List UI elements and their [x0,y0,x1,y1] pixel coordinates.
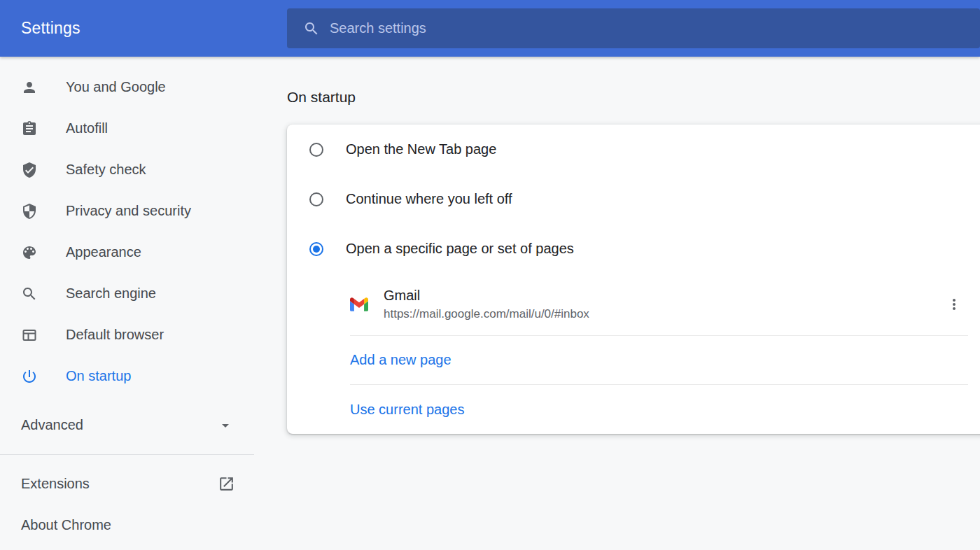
open-in-new-icon [218,475,235,493]
extensions-label: Extensions [21,476,90,492]
option-label: Open the New Tab page [346,141,496,157]
about-chrome-label: About Chrome [21,517,111,533]
sidebar: You and Google Autofill Safety check Pri… [0,57,254,550]
option-label: Open a specific page or set of pages [346,241,574,257]
clipboard-icon [21,120,38,137]
sidebar-item-autofill[interactable]: Autofill [0,108,254,149]
sidebar-item-label: Appearance [66,244,141,260]
person-icon [21,79,38,96]
sidebar-item-you-and-google[interactable]: You and Google [0,66,254,108]
page-title: Settings [21,0,80,57]
option-continue-where-left-off[interactable]: Continue where you left off [287,174,980,224]
option-open-specific-pages[interactable]: Open a specific page or set of pages [287,224,980,274]
search-settings-box[interactable] [287,8,980,48]
sidebar-item-label: Privacy and security [66,203,191,219]
sidebar-item-safety-check[interactable]: Safety check [0,149,254,190]
startup-page-row: Gmail https://mail.google.com/mail/u/0/#… [287,274,980,335]
search-icon [21,285,38,302]
sidebar-item-appearance[interactable]: Appearance [0,232,254,273]
radio-button[interactable] [309,143,323,157]
site-name: Gmail [384,288,589,304]
more-vert-icon[interactable] [941,292,967,317]
chevron-down-icon [217,417,234,434]
sidebar-item-label: Safety check [66,162,146,178]
use-current-pages-button[interactable]: Use current pages [287,385,980,435]
section-heading: On startup [287,89,356,106]
sidebar-divider [0,454,254,455]
sidebar-item-on-startup[interactable]: On startup [0,355,254,397]
settings-header: Settings [0,0,980,57]
sidebar-item-search-engine[interactable]: Search engine [0,273,254,314]
sidebar-item-label: Autofill [66,120,108,136]
sidebar-item-default-browser[interactable]: Default browser [0,314,254,355]
palette-icon [21,244,38,261]
gmail-icon [350,295,368,313]
radio-button[interactable] [309,192,323,206]
on-startup-card: Open the New Tab page Continue where you… [287,125,980,434]
use-current-pages-label: Use current pages [350,402,464,418]
shield-half-icon [21,203,38,220]
add-new-page-button[interactable]: Add a new page [287,336,980,384]
sidebar-item-label: Search engine [66,285,156,302]
sidebar-advanced-toggle[interactable]: Advanced [0,404,254,446]
sidebar-item-about-chrome[interactable]: About Chrome [0,505,254,546]
advanced-label: Advanced [21,417,83,433]
radio-button[interactable] [309,242,323,256]
option-open-new-tab[interactable]: Open the New Tab page [287,125,980,174]
power-icon [21,368,38,385]
sidebar-item-label: Default browser [66,327,164,343]
browser-window-icon [21,327,38,344]
startup-page-info: Gmail https://mail.google.com/mail/u/0/#… [384,288,589,321]
option-label: Continue where you left off [346,191,512,207]
sidebar-item-label: You and Google [66,79,166,95]
sidebar-item-privacy-security[interactable]: Privacy and security [0,190,254,232]
sidebar-item-extensions[interactable]: Extensions [0,463,254,505]
sidebar-item-label: On startup [66,368,131,384]
search-input[interactable] [330,20,966,36]
search-icon [303,20,320,37]
shield-check-icon [21,162,38,178]
add-new-page-label: Add a new page [350,352,451,368]
site-url: https://mail.google.com/mail/u/0/#inbox [384,307,589,321]
